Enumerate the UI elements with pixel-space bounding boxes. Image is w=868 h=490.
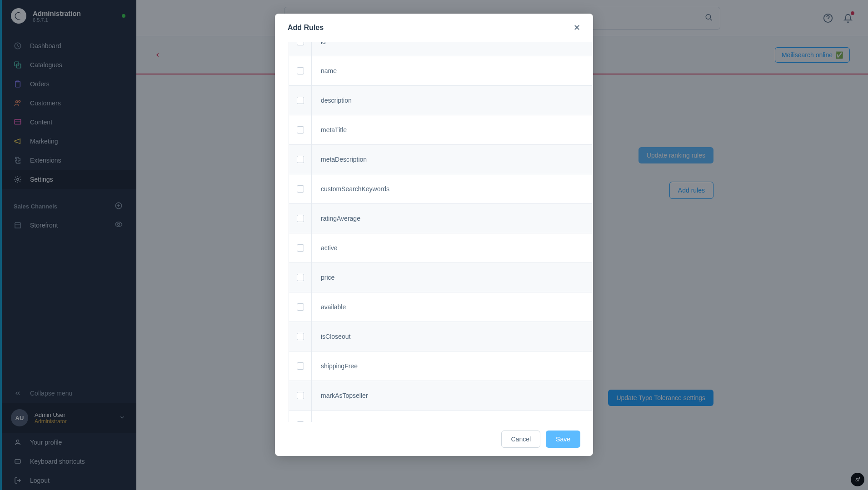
rule-row[interactable]: isCloseout (289, 322, 592, 351)
rule-checkbox[interactable] (297, 215, 304, 222)
rule-checkbox[interactable] (297, 42, 304, 45)
rule-checkbox[interactable] (297, 156, 304, 163)
add-rules-modal: Add Rules ✕ idnamedescriptionmetaTitleme… (275, 14, 593, 456)
rule-row[interactable]: customFields (289, 411, 592, 422)
rule-field-label: id (312, 42, 326, 45)
rule-field-label: isCloseout (312, 333, 350, 340)
rule-field-label: metaTitle (312, 126, 347, 134)
rule-checkbox[interactable] (297, 421, 304, 422)
rule-field-label: price (312, 274, 334, 281)
rule-checkbox[interactable] (297, 303, 304, 311)
rule-field-label: customSearchKeywords (312, 185, 389, 193)
modal-overlay: Add Rules ✕ idnamedescriptionmetaTitleme… (0, 0, 868, 490)
rule-checkbox-cell (289, 322, 312, 351)
rule-checkbox-cell (289, 86, 312, 115)
rule-checkbox[interactable] (297, 126, 304, 134)
rule-field-label: markAsTopseller (312, 392, 368, 399)
rule-checkbox-cell (289, 381, 312, 410)
rule-row[interactable]: shippingFree (289, 351, 592, 381)
rules-list[interactable]: idnamedescriptionmetaTitlemetaDescriptio… (289, 42, 592, 422)
rule-checkbox[interactable] (297, 362, 304, 370)
rule-checkbox[interactable] (297, 97, 304, 104)
rule-checkbox-cell (289, 145, 312, 174)
rule-checkbox-cell (289, 174, 312, 203)
rule-field-label: metaDescription (312, 156, 367, 163)
rule-checkbox[interactable] (297, 67, 304, 74)
rule-row[interactable]: markAsTopseller (289, 381, 592, 411)
rule-row[interactable]: metaTitle (289, 115, 592, 145)
rule-checkbox[interactable] (297, 392, 304, 399)
rule-checkbox-cell (289, 115, 312, 144)
rule-checkbox[interactable] (297, 244, 304, 252)
rule-row[interactable]: price (289, 263, 592, 292)
rule-checkbox-cell (289, 204, 312, 233)
rule-checkbox-cell (289, 263, 312, 292)
rule-checkbox-cell (289, 233, 312, 262)
rule-checkbox[interactable] (297, 185, 304, 193)
rule-checkbox-cell (289, 292, 312, 322)
rule-row[interactable]: active (289, 233, 592, 263)
rule-row[interactable]: name (289, 56, 592, 86)
modal-title: Add Rules (288, 24, 324, 32)
rule-field-label: available (312, 303, 346, 311)
rule-checkbox-cell (289, 56, 312, 85)
rule-field-label: ratingAverage (312, 215, 360, 222)
rule-row[interactable]: description (289, 86, 592, 115)
rule-field-label: name (312, 67, 337, 74)
rule-field-label: active (312, 244, 338, 252)
rule-row[interactable]: metaDescription (289, 145, 592, 174)
cancel-button[interactable]: Cancel (501, 431, 540, 448)
rule-field-label: description (312, 97, 352, 104)
save-button[interactable]: Save (546, 431, 580, 448)
rule-row[interactable]: customSearchKeywords (289, 174, 592, 204)
rule-field-label: customFields (312, 421, 358, 422)
rule-checkbox-cell (289, 411, 312, 422)
rule-row[interactable]: id (289, 42, 592, 56)
rule-row[interactable]: available (289, 292, 592, 322)
rule-checkbox-cell (289, 42, 312, 56)
rule-checkbox-cell (289, 351, 312, 381)
rule-row[interactable]: ratingAverage (289, 204, 592, 233)
rule-checkbox[interactable] (297, 274, 304, 281)
rule-field-label: shippingFree (312, 362, 358, 370)
close-icon[interactable]: ✕ (574, 23, 580, 33)
rule-checkbox[interactable] (297, 333, 304, 340)
